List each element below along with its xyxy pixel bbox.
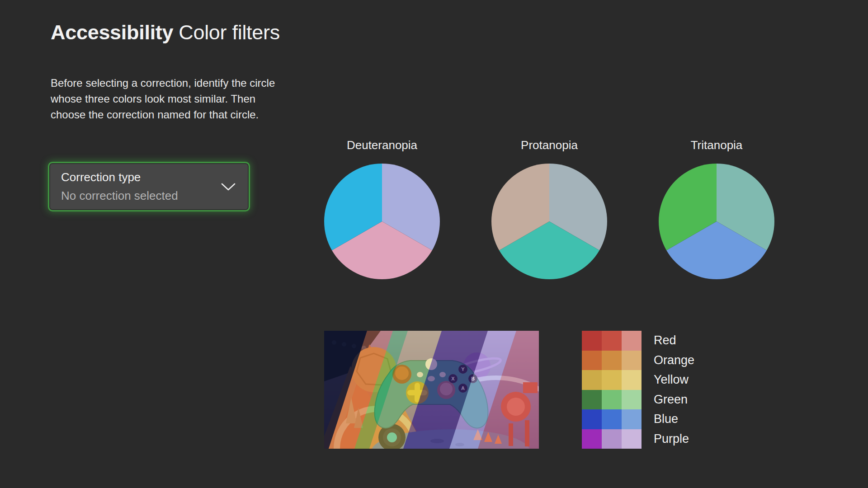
page-title-section: Accessibility: [51, 21, 173, 44]
palette-row-blue: Blue: [582, 409, 694, 429]
palette-swatch: [582, 370, 602, 390]
page-title: AccessibilityColor filters: [51, 20, 280, 45]
palette-swatch: [602, 370, 622, 390]
palette-label: Yellow: [654, 374, 689, 386]
palette-row-red: Red: [582, 331, 694, 351]
palette-swatch: [582, 351, 602, 371]
dropdown-label: Correction type: [61, 170, 141, 184]
chevron-down-icon: [221, 183, 236, 192]
page-title-subsection: Color filters: [179, 21, 280, 44]
palette-swatch: [602, 390, 622, 410]
palette-swatch: [602, 351, 622, 371]
palette-swatch: [582, 331, 602, 351]
color-palette-legend: RedOrangeYellowGreenBluePurple: [582, 331, 694, 449]
circle-label-deuteranopia: Deuteranopia: [314, 138, 450, 152]
palette-row-yellow: Yellow: [582, 370, 694, 390]
dropdown-selected-value: No correction selected: [61, 189, 178, 203]
palette-label: Red: [654, 334, 676, 347]
palette-swatch: [622, 409, 642, 429]
palette-swatch: [602, 429, 622, 449]
palette-swatch: [582, 429, 602, 449]
palette-swatch: [602, 409, 622, 429]
instructions-text: Before selecting a correction, identify …: [51, 75, 282, 122]
palette-label: Purple: [654, 433, 689, 445]
palette-swatch: [582, 409, 602, 429]
circle-label-tritanopia: Tritanopia: [649, 138, 784, 152]
palette-swatch: [622, 390, 642, 410]
palette-row-orange: Orange: [582, 351, 694, 371]
correction-type-dropdown[interactable]: Correction type No correction selected: [48, 162, 250, 211]
accessibility-color-filters-screen: AccessibilityColor filters Before select…: [0, 0, 868, 488]
controller-scene-illustration: Y X B A: [324, 331, 539, 449]
palette-swatch: [622, 370, 642, 390]
palette-label: Blue: [654, 413, 678, 425]
palette-label: Green: [654, 394, 688, 406]
circle-label-protanopia: Protanopia: [481, 138, 617, 152]
preview-image: Y X B A: [324, 331, 539, 449]
tritanopia-test-circle: [659, 164, 774, 279]
palette-swatch: [622, 351, 642, 371]
palette-swatch: [622, 429, 642, 449]
protanopia-test-circle: [491, 164, 607, 279]
palette-swatch: [582, 390, 602, 410]
palette-row-purple: Purple: [582, 429, 694, 449]
palette-row-green: Green: [582, 390, 694, 410]
palette-label: Orange: [654, 354, 694, 366]
palette-swatch: [622, 331, 642, 351]
color-filter-bands: [324, 331, 539, 449]
deuteranopia-test-circle: [324, 164, 440, 279]
palette-swatch: [602, 331, 622, 351]
